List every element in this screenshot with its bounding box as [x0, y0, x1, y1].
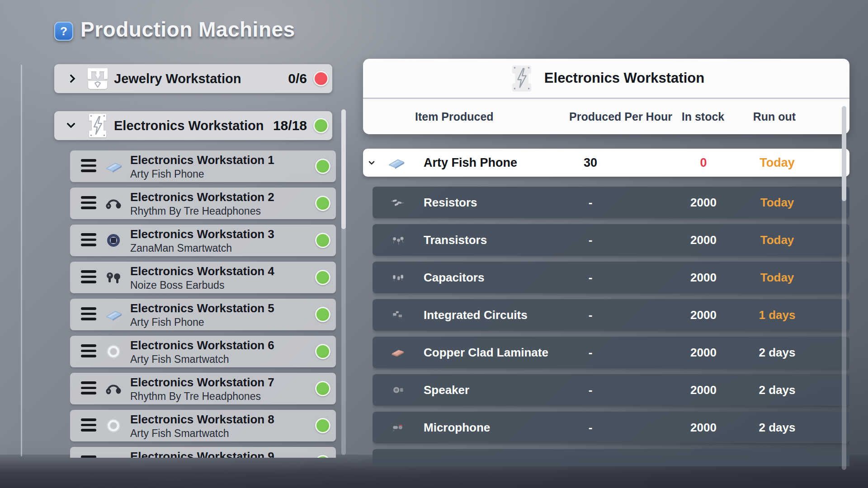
item-name: Transistors	[424, 233, 487, 247]
page-title: Production Machines	[80, 17, 295, 42]
ingredient-row: Integrated Circuits - 2000 1 days	[373, 299, 849, 331]
item-name: Copper Clad Laminate	[424, 346, 548, 360]
produced-per-hour-value: -	[589, 196, 593, 210]
drag-handle-icon[interactable]	[81, 159, 96, 172]
in-stock-value: 2000	[690, 233, 717, 247]
drag-handle-icon[interactable]	[81, 196, 96, 209]
chevron-down-icon[interactable]	[66, 119, 75, 128]
status-dot-red	[313, 71, 329, 86]
detail-panel: Electronics Workstation Item Produced Pr…	[363, 59, 849, 466]
panel-scrollbar-thumb[interactable]	[842, 106, 846, 201]
panel-header: Electronics Workstation Item Produced Pr…	[363, 59, 849, 134]
machine-title: Electronics Workstation 8	[130, 413, 274, 427]
ingredient-row: Resistors - 2000 Today	[373, 187, 849, 218]
drag-handle-icon[interactable]	[81, 233, 96, 246]
chevron-down-icon[interactable]	[368, 159, 375, 165]
panel-title: Electronics Workstation	[544, 70, 704, 86]
status-dot-green	[315, 233, 330, 248]
speaker-icon	[387, 384, 409, 396]
machine-title: Electronics Workstation 3	[130, 228, 274, 241]
machine-text: Electronics Workstation 8 Arty Fish Smar…	[130, 413, 274, 440]
ingredient-row: Transistors - 2000 Today	[373, 224, 849, 256]
machine-text: Electronics Workstation 9	[130, 450, 274, 458]
produced-per-hour-value: 30	[584, 156, 597, 170]
panel-title-wrap: Electronics Workstation	[363, 64, 849, 92]
run-out-value: 2 days	[759, 421, 796, 435]
status-dot-green	[315, 418, 330, 433]
machine-product: Arty Fish Phone	[130, 168, 274, 180]
drag-handle-icon[interactable]	[81, 455, 96, 458]
machine-row[interactable]: Electronics Workstation 1 Arty Fish Phon…	[70, 150, 336, 182]
drag-handle-icon[interactable]	[81, 270, 96, 283]
microphone-icon	[387, 421, 409, 434]
produced-per-hour-value: -	[589, 233, 593, 247]
machine-title: Electronics Workstation 4	[130, 265, 274, 278]
machine-text: Electronics Workstation 7 Rhythm By Tre …	[130, 376, 274, 403]
capacitors-icon	[387, 271, 409, 284]
status-dot-green	[315, 159, 330, 174]
drag-handle-icon[interactable]	[81, 307, 96, 320]
run-out-value: 2 days	[759, 346, 796, 360]
column-header-item-produced: Item Produced	[415, 110, 494, 123]
run-out-value: Today	[760, 271, 794, 285]
transistors-icon	[387, 234, 409, 246]
status-dot-green	[315, 381, 330, 396]
machine-row[interactable]: Electronics Workstation 8 Arty Fish Smar…	[70, 410, 336, 441]
status-dot-green	[313, 118, 329, 133]
machine-product: Arty Fish Smartwatch	[130, 427, 274, 440]
machine-text: Electronics Workstation 4 Noize Boss Ear…	[130, 265, 274, 291]
column-header-produced-per-hour: Produced Per Hour	[569, 110, 672, 123]
machine-product: Arty Fish Smartwatch	[130, 353, 274, 366]
machine-row[interactable]: Electronics Workstation 7 Rhythm By Tre …	[70, 373, 336, 404]
copper-clad-laminate-icon	[387, 346, 409, 359]
sidebar-guideline	[21, 65, 22, 456]
jewelry-machine-icon	[85, 66, 110, 91]
column-headers: Item Produced Produced Per Hour In stock…	[363, 99, 849, 134]
status-dot-green	[315, 270, 330, 285]
sidebar-scrollbar-thumb[interactable]	[341, 109, 346, 229]
watch-white-icon	[102, 344, 125, 359]
machine-product: ZanaMan Smartwatch	[130, 242, 274, 254]
machine-row[interactable]: Electronics Workstation 9	[70, 447, 336, 458]
machine-row[interactable]: Electronics Workstation 3 ZanaMan Smartw…	[70, 225, 336, 256]
machine-list: Electronics Workstation 1 Arty Fish Phon…	[70, 150, 336, 458]
run-out-value: 1 days	[759, 308, 796, 322]
in-stock-value: 2000	[690, 308, 717, 322]
ingredient-list: Resistors - 2000 TodayTransistors - 2000…	[373, 187, 849, 466]
machine-title: Electronics Workstation 1	[130, 154, 274, 167]
machine-product: Arty Fish Phone	[130, 316, 274, 328]
chevron-right-icon[interactable]	[66, 74, 75, 83]
arty-fish-phone-icon	[384, 155, 408, 170]
run-out-value: 2 days	[759, 383, 796, 397]
status-dot-green	[315, 307, 330, 322]
in-stock-value: 2000	[690, 383, 717, 397]
help-button[interactable]: ?	[54, 22, 73, 41]
in-stock-value: 2000	[690, 271, 717, 285]
watch-blue-icon	[102, 233, 125, 248]
machine-row[interactable]: Electronics Workstation 5 Arty Fish Phon…	[70, 299, 336, 330]
headphones-icon	[102, 381, 125, 396]
electronics-machine-icon	[508, 65, 535, 92]
ingredient-row: Speaker - 2000 2 days	[373, 374, 849, 406]
drag-handle-icon[interactable]	[81, 344, 96, 357]
column-header-run-out: Run out	[753, 110, 796, 123]
machine-row[interactable]: Electronics Workstation 4 Noize Boss Ear…	[70, 262, 336, 293]
drag-handle-icon[interactable]	[81, 418, 96, 432]
machine-text: Electronics Workstation 5 Arty Fish Phon…	[130, 302, 274, 328]
group-row-electronics-workstation[interactable]: Electronics Workstation 18/18	[54, 111, 332, 140]
phone-icon	[102, 159, 125, 174]
machine-row[interactable]: Electronics Workstation 6 Arty Fish Smar…	[70, 336, 336, 367]
machine-row[interactable]: Electronics Workstation 2 Rhythm By Tre …	[70, 188, 336, 219]
produced-item-row[interactable]: Arty Fish Phone 30 0 Today	[363, 149, 849, 177]
in-stock-value: 2000	[690, 196, 717, 210]
ingredient-row: Microphone - 2000 2 days	[373, 412, 849, 443]
produced-per-hour-value: -	[589, 346, 593, 360]
drag-handle-icon[interactable]	[81, 381, 96, 394]
machine-text: Electronics Workstation 3 ZanaMan Smartw…	[130, 228, 274, 254]
production-machines-screen: ? Production Machines Jewelry Workstatio…	[0, 0, 868, 488]
machine-text: Electronics Workstation 2 Rhythm By Tre …	[130, 191, 274, 217]
item-name: Integrated Circuits	[424, 308, 528, 322]
in-stock-value: 0	[700, 156, 707, 170]
group-row-jewelry-workstation[interactable]: Jewelry Workstation 0/6	[54, 64, 332, 93]
watch-white-icon	[102, 418, 125, 433]
